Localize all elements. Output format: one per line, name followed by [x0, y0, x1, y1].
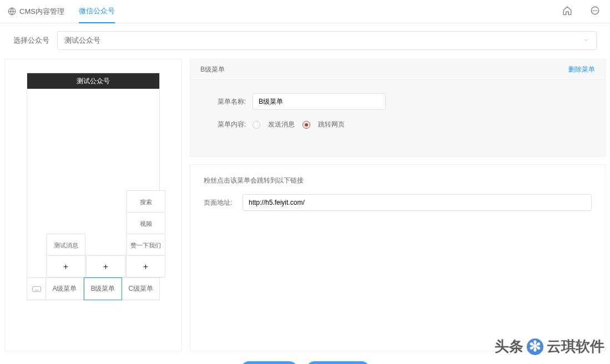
radio-redirect-link[interactable]: [303, 121, 310, 129]
main-menu-a[interactable]: A级菜单: [46, 278, 84, 300]
page-url-label: 页面地址:: [204, 198, 243, 208]
editor-title: B级菜单: [200, 65, 225, 74]
radio-send-message[interactable]: [253, 121, 260, 129]
radio-send-label: 发送消息: [268, 120, 295, 129]
keyboard-icon[interactable]: [27, 278, 46, 300]
svg-point-4: [597, 11, 597, 11]
svg-point-2: [593, 11, 594, 11]
menu-name-input[interactable]: [253, 93, 386, 110]
editor-form: 菜单名称: 菜单内容: 发送消息 跳转网页: [190, 80, 606, 156]
svg-rect-5: [32, 286, 41, 291]
watermark-icon: ✻: [527, 338, 543, 355]
submenu-item[interactable]: 赞一下我们: [126, 234, 165, 256]
account-selector-row: 选择公众号 测试公众号: [0, 23, 610, 54]
submenu-item[interactable]: 视频: [126, 212, 165, 234]
watermark-right: 云琪软件: [547, 337, 604, 356]
phone-title: 测试公众号: [27, 73, 159, 89]
svg-point-3: [595, 11, 596, 11]
save-local-button[interactable]: 保存到本地: [240, 361, 298, 364]
editor-panel: B级菜单 删除菜单 菜单名称: 菜单内容: 发送消息 跳转网页 粉丝点击该菜单会…: [190, 59, 606, 351]
main-menu-b[interactable]: B级菜单: [84, 277, 122, 300]
submenu-add-button[interactable]: +: [46, 255, 85, 277]
watermark: 头条 ✻ 云琪软件: [495, 337, 604, 356]
menu-name-label: 菜单名称:: [207, 97, 246, 107]
brand-title: CMS内容管理: [19, 7, 64, 17]
watermark-left: 头条: [495, 337, 523, 356]
phone-preview-panel: 测试公众号 测试消息 + + 搜索 视频 赞一下我们 +: [4, 59, 182, 351]
home-icon[interactable]: [562, 6, 572, 17]
page-url-input[interactable]: [243, 194, 592, 211]
menu-content-label: 菜单内容:: [207, 120, 246, 129]
submenu-item[interactable]: 搜索: [126, 190, 165, 213]
link-section: 粉丝点击该菜单会跳转到以下链接 页面地址:: [190, 164, 606, 351]
sync-button[interactable]: 同步到公众号: [306, 361, 370, 364]
chat-icon[interactable]: [590, 6, 600, 17]
phone-bottom-menu: A级菜单 B级菜单 C级菜单: [27, 277, 159, 300]
selector-label: 选择公众号: [13, 36, 49, 46]
radio-link-label: 跳转网页: [318, 120, 345, 129]
delete-menu-link[interactable]: 删除菜单: [568, 65, 595, 74]
phone-frame: 测试公众号 测试消息 + + 搜索 视频 赞一下我们 +: [27, 73, 160, 300]
main-menu-c[interactable]: C级菜单: [122, 278, 159, 300]
chevron-down-icon: [583, 37, 589, 45]
tab-wechat[interactable]: 微信公众号: [79, 0, 115, 23]
globe-icon: [8, 7, 16, 16]
account-select-value: 测试公众号: [64, 36, 100, 46]
editor-header: B级菜单 删除菜单: [190, 59, 606, 80]
account-select[interactable]: 测试公众号: [57, 31, 597, 50]
phone-body: 测试消息 + + 搜索 视频 赞一下我们 +: [27, 89, 159, 277]
submenu-item[interactable]: 测试消息: [46, 234, 85, 256]
top-bar: CMS内容管理 微信公众号: [0, 0, 610, 23]
submenu-add-button[interactable]: +: [86, 255, 125, 277]
submenu-add-button[interactable]: +: [126, 255, 165, 277]
link-hint: 粉丝点击该菜单会跳转到以下链接: [204, 176, 592, 185]
